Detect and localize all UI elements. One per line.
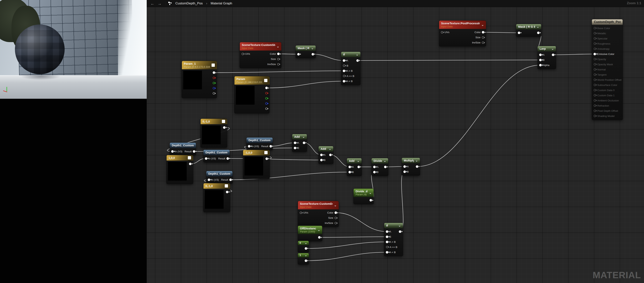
- preview-toggle[interactable]: [212, 64, 215, 67]
- node-header[interactable]: 1,0,0: [166, 155, 193, 160]
- node-header[interactable]: If⌄: [384, 223, 403, 228]
- output-Refraction-input-pin[interactable]: [594, 104, 596, 107]
- forward-arrow-icon[interactable]: →: [158, 2, 162, 6]
- d3-In-input-pin[interactable]: [205, 157, 207, 160]
- node-header[interactable]: 0,-1,0: [203, 183, 230, 189]
- chevron-down-icon[interactable]: ⌄: [329, 148, 331, 150]
- chevron-down-icon[interactable]: ⌄: [277, 46, 279, 48]
- breadcrumb-page[interactable]: Material Graph: [210, 2, 232, 5]
- preview-toggle[interactable]: [264, 151, 268, 154]
- chevron-down-icon[interactable]: ⌄: [318, 229, 320, 231]
- d4-Result-output-pin[interactable]: [229, 178, 232, 181]
- d1-Result-output-pin[interactable]: [193, 150, 195, 153]
- ifTop-A-input-pin[interactable]: [343, 59, 345, 62]
- ppi0-Size-output-pin[interactable]: [482, 36, 484, 39]
- output-Roughness-input-pin[interactable]: [594, 42, 596, 45]
- lerp-Alpha-input-pin[interactable]: [539, 64, 542, 66]
- ifBot-A-input-pin[interactable]: [386, 230, 388, 233]
- c010bot-out-output-pin[interactable]: [226, 191, 228, 193]
- multiply-B-input-pin[interactable]: [404, 170, 406, 173]
- preview-toggle[interactable]: [264, 79, 268, 82]
- chevron-down-icon[interactable]: ⌄: [369, 192, 372, 194]
- node-header[interactable]: -1,0,0: [243, 150, 270, 155]
- output-ShadingModel-input-pin[interactable]: [594, 115, 596, 117]
- maskR-out-output-pin[interactable]: [312, 53, 314, 56]
- lerp-out-output-pin[interactable]: [552, 54, 554, 56]
- add2-A-input-pin[interactable]: [320, 154, 323, 156]
- add1-out-output-pin[interactable]: [303, 142, 305, 144]
- chevron-down-icon[interactable]: ⌄: [384, 160, 386, 162]
- add1-A-input-pin[interactable]: [294, 142, 296, 144]
- node-header[interactable]: 1⌄: [298, 253, 309, 257]
- node-header[interactable]: 0⌄: [298, 241, 309, 245]
- d2-Result-output-pin[interactable]: [270, 145, 272, 148]
- node-header[interactable]: Divide⌄: [372, 158, 388, 164]
- output-WPO-input-pin[interactable]: [594, 79, 596, 81]
- ppi0-UVs-input-pin[interactable]: [441, 31, 443, 34]
- node-multiply[interactable]: Multiply⌄AB: [402, 158, 420, 176]
- node-add1[interactable]: Add⌄AB: [292, 134, 307, 152]
- output-Tangent-input-pin[interactable]: [594, 74, 596, 76]
- divide_de-out-output-pin[interactable]: [370, 199, 372, 202]
- output-CustomData1-input-pin[interactable]: [594, 94, 596, 96]
- lerp-A-input-pin[interactable]: [539, 54, 542, 56]
- chevron-down-icon[interactable]: ⌄: [311, 47, 314, 49]
- wire[interactable]: [267, 81, 344, 88]
- back-arrow-icon[interactable]: ←: [150, 2, 154, 6]
- output-Emissive-input-pin[interactable]: [594, 53, 596, 55]
- chevron-down-icon[interactable]: ⌄: [334, 204, 337, 206]
- wire[interactable]: [336, 213, 387, 232]
- node-ppi0[interactable]: SceneTexture:PostProcessInput0Input Data…: [439, 20, 486, 46]
- param1-R-output-pin[interactable]: [213, 77, 215, 79]
- maskRGB-in-input-pin[interactable]: [518, 32, 520, 34]
- chevron-down-icon[interactable]: ⌄: [305, 242, 307, 244]
- chevron-down-icon[interactable]: ⌄: [537, 26, 539, 28]
- stencil-Size-output-pin[interactable]: [277, 58, 280, 60]
- chevron-down-icon[interactable]: ⌄: [356, 54, 358, 56]
- node-header[interactable]: Divide_deParam (4)⌄: [354, 188, 374, 197]
- divide-out-output-pin[interactable]: [384, 166, 386, 168]
- param2-out-output-pin[interactable]: [265, 87, 268, 89]
- ifBot-AltB-input-pin[interactable]: [386, 251, 388, 254]
- node-divide_de[interactable]: Divide_deParam (4)⌄: [354, 188, 374, 204]
- output-Opacity-input-pin[interactable]: [594, 58, 596, 60]
- node-lerp[interactable]: Lerp⌄ABAlpha: [538, 46, 556, 69]
- add3-out-output-pin[interactable]: [358, 166, 360, 168]
- chevron-down-icon[interactable]: ⌄: [305, 254, 307, 256]
- node-c1[interactable]: 1⌄: [298, 253, 309, 265]
- node-header[interactable]: Add⌄: [347, 158, 362, 164]
- ifBot-B-input-pin[interactable]: [386, 236, 388, 238]
- node-offdist[interactable]: OffDisstanceParam (1000)⌄: [298, 226, 322, 241]
- node-maskRGB[interactable]: Mask ( R G B )⌄: [516, 24, 541, 37]
- node-header[interactable]: Lerp⌄: [538, 46, 556, 52]
- add3-B-input-pin[interactable]: [348, 171, 351, 173]
- ifTop-AltB-input-pin[interactable]: [343, 80, 345, 82]
- node-param2[interactable]: ParamParam (0.188,0.9,0.111,1): [234, 76, 270, 114]
- node-d2[interactable]: Depth1_CustomIn (V3)Result: [246, 138, 273, 150]
- multiply-out-output-pin[interactable]: [416, 165, 418, 168]
- c1-out-output-pin[interactable]: [305, 260, 307, 262]
- chevron-down-icon[interactable]: ⌄: [357, 160, 360, 162]
- wire[interactable]: [271, 143, 295, 146]
- param1-B-output-pin[interactable]: [213, 87, 215, 89]
- maskRGB-out-output-pin[interactable]: [537, 32, 540, 34]
- ppi0-Color-output-pin[interactable]: [482, 31, 484, 34]
- wire[interactable]: [320, 237, 387, 237]
- wire[interactable]: [228, 158, 321, 160]
- wire[interactable]: [417, 65, 540, 166]
- param1-out-output-pin[interactable]: [213, 71, 215, 74]
- output-Anisotropy-input-pin[interactable]: [594, 48, 596, 50]
- ifTop-B-input-pin[interactable]: [343, 64, 345, 67]
- add2-B-input-pin[interactable]: [320, 159, 323, 161]
- wire[interactable]: [214, 71, 344, 72]
- output-OpacityMask-input-pin[interactable]: [594, 63, 596, 66]
- param2-B-output-pin[interactable]: [265, 102, 268, 105]
- node-header[interactable]: SceneTexture:CustomStencilInput Data⌄: [240, 42, 281, 50]
- node-header[interactable]: Depth1_Custom: [203, 150, 230, 155]
- divide-B-input-pin[interactable]: [373, 171, 376, 173]
- d3-Result-output-pin[interactable]: [226, 157, 229, 160]
- node-c010top[interactable]: 0,-1,0: [200, 119, 227, 148]
- ifBot-AeqB-input-pin[interactable]: [386, 246, 388, 248]
- wire[interactable]: [306, 252, 387, 260]
- node-header[interactable]: SceneTexture:PostProcessInput0Input Data…: [439, 20, 486, 29]
